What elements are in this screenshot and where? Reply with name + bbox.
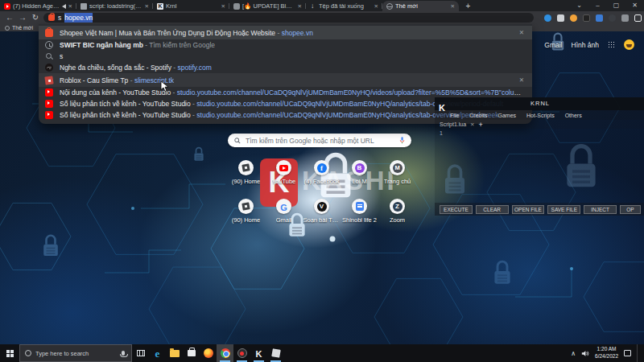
tab-youtube-video[interactable]: (7) Hidden Agenda by Kevin✕ [0, 1, 76, 11]
shortcut-lol-m[interactable]: Lol M [341, 160, 378, 185]
voice-search-icon[interactable] [399, 137, 405, 144]
newtab-header-links: Gmail Hình ảnh [544, 39, 634, 50]
action-center-icon[interactable] [624, 350, 631, 356]
tab-new-tab[interactable]: Thẻ mới✕ [382, 1, 459, 11]
translate-extension-icon[interactable] [596, 14, 603, 22]
firefox-taskbar-button[interactable] [200, 344, 217, 362]
krnl-line-number: 1 [440, 130, 443, 136]
shortcut--90-home[interactable]: (90) Home [227, 160, 265, 185]
forward-icon[interactable]: → [18, 12, 27, 23]
taskview-taskbar-button[interactable] [132, 344, 149, 362]
profile-avatar[interactable] [624, 39, 634, 50]
chrome-taskbar-button[interactable] [217, 344, 233, 362]
pixel-extension-icon[interactable] [583, 14, 590, 22]
tab-close-icon[interactable]: ✕ [298, 3, 302, 10]
krnl-menu-file[interactable]: File [450, 113, 459, 118]
omnibox-typed-text: s [58, 13, 61, 23]
shortcut-circle [276, 160, 291, 175]
suggestion-row[interactable]: Roblox - Cau Slime Tp - slimescript.tk✕ [39, 73, 532, 87]
tab-strip: (7) Hidden Agenda by Kevin✕script: loads… [0, 0, 644, 11]
grid-extension-icon[interactable] [621, 14, 629, 22]
gmail-link[interactable]: Gmail [544, 41, 562, 49]
shortcut-circle [314, 160, 329, 175]
krnl-tab-close-icon[interactable]: ✕ [470, 121, 474, 128]
suggestion-text: SWIFT BIC ngân hàng mb - Tìm kiếm trên G… [60, 41, 526, 49]
suggestion-close-icon[interactable]: ✕ [518, 76, 526, 84]
google-apps-icon[interactable] [608, 41, 615, 48]
tab-krnl-site[interactable]: Krnl✕ [153, 1, 229, 11]
krnl-taskbar-button[interactable] [250, 344, 267, 362]
krnl-execute-button[interactable]: EXECUTE [440, 205, 473, 214]
shortcut--4-facebook[interactable]: (4) Facebook [303, 160, 341, 185]
volume-icon[interactable] [581, 350, 589, 357]
krnl-op-button[interactable]: OP [620, 205, 641, 214]
krnl-script-tab[interactable]: Script1.lua [440, 121, 466, 127]
shortcut-so-n-b-i-t-m-[interactable]: Soạn bài Tóm... [303, 199, 341, 224]
krnl-button-bar: EXECUTECLEAROPEN FILESAVE FILEINJECTOP [435, 203, 644, 216]
back-icon[interactable]: ← [5, 12, 14, 23]
krnl-editor[interactable]: 1 [435, 129, 644, 203]
krnl-menu-games[interactable]: Games [497, 113, 516, 118]
start-button[interactable] [0, 344, 19, 362]
clock[interactable]: 1:20 AM 6/24/2022 [595, 346, 618, 360]
recorder-taskbar-button[interactable] [233, 344, 250, 362]
minimize-button[interactable]: – [588, 0, 607, 11]
frame-extension-icon[interactable] [634, 14, 642, 22]
show-desktop-button[interactable] [637, 344, 639, 362]
tab-close-icon[interactable]: ✕ [68, 3, 72, 10]
tab-script[interactable]: script: loadstring(game:HttpGet(✕ [76, 1, 153, 11]
google-search-bar[interactable]: Tìm kiếm trên Google hoặc nhập một URL [228, 134, 411, 147]
tray-expand-icon[interactable]: ∧ [571, 350, 576, 357]
krnl-clear-button[interactable]: CLEAR [476, 205, 509, 214]
shortcut-youtube[interactable]: YouTube [265, 160, 303, 185]
shortcut-shinobi-life-2[interactable]: Shinobi life 2 [341, 199, 378, 224]
close-button[interactable]: ✕ [625, 0, 644, 11]
krnl-tab-add-icon[interactable]: + [479, 121, 483, 129]
suggestion-row[interactable]: SWIFT BIC ngân hàng mb - Tìm kiếm trên G… [39, 39, 532, 51]
tab-close-icon[interactable]: ✕ [145, 3, 149, 10]
krnl-inject-button[interactable]: INJECT [584, 205, 617, 214]
taskbar-mic-icon[interactable] [122, 351, 125, 356]
images-link[interactable]: Hình ảnh [572, 41, 600, 49]
address-bar[interactable]: s hopee.vn [43, 13, 534, 23]
edge-taskbar-button[interactable] [149, 344, 166, 362]
tab-blox-fruits[interactable]: [🔥 UPDATE] Blox Fruits - Ro✕ [229, 1, 306, 11]
idm-extension-icon[interactable] [544, 14, 551, 22]
folder-taskbar-button[interactable] [166, 344, 183, 362]
krnl-tab-icon [157, 3, 163, 10]
tab-close-icon[interactable]: ✕ [451, 3, 455, 10]
searchg-icon [45, 52, 53, 60]
shortcut-zoom[interactable]: Zoom [378, 199, 416, 224]
tab-search-button[interactable]: ⌄ [570, 0, 588, 11]
krnl-save-file-button[interactable]: SAVE FILE [547, 205, 580, 214]
taskview-icon [137, 350, 145, 356]
tab-close-icon[interactable]: ✕ [374, 3, 378, 10]
shortcut-row-2: (90) HomeGmailSoạn bài Tóm...Shinobi lif… [227, 199, 417, 224]
suggestion-row[interactable]: Nghe đa chiều, sống đa sắc - Spotify - s… [39, 62, 532, 73]
krnl-menu-hot-scripts[interactable]: Hot-Scripts [526, 113, 555, 118]
tab-close-icon[interactable]: ✕ [221, 3, 225, 10]
krnl-open-file-button[interactable]: OPEN FILE [512, 205, 545, 214]
shortcut-trang-ch-[interactable]: Trang chủ [378, 160, 416, 185]
reload-icon[interactable]: ↻ [31, 12, 40, 23]
store-taskbar-button[interactable] [183, 344, 200, 362]
tab-title: [🔥 UPDATE] Blox Fruits - Ro [242, 2, 295, 10]
suggestion-close-icon[interactable]: ✕ [518, 29, 526, 36]
tab-downloads[interactable]: Tệp đã tải xuống✕ [306, 1, 382, 11]
suggestion-row[interactable]: s [39, 51, 532, 62]
shortcut-gmail[interactable]: Gmail [265, 199, 303, 224]
krnl-menu-others[interactable]: Others [565, 113, 582, 118]
studio-taskbar-button[interactable] [267, 344, 284, 362]
ghost-extension-icon[interactable] [609, 14, 616, 22]
new-tab-button[interactable]: + [463, 2, 473, 11]
maximize-button[interactable]: ▢ [607, 0, 625, 11]
bookmark-item[interactable]: Thẻ mới [12, 25, 33, 31]
krnl-titlebar[interactable]: KRNL [435, 97, 644, 110]
krnl-menu-credits[interactable]: Credits [469, 113, 487, 118]
suggestion-row[interactable]: Shopee Việt Nam | Mua và Bán Trên Ứng Dụ… [39, 26, 532, 39]
notes-extension-icon[interactable] [557, 14, 564, 22]
coin-extension-icon[interactable] [570, 14, 577, 22]
suggestion-row[interactable]: Nội dung của kênh - YouTube Studio - stu… [39, 87, 532, 98]
shortcut--90-home[interactable]: (90) Home [227, 199, 265, 224]
taskbar-search-box[interactable]: Type here to search [19, 344, 132, 362]
